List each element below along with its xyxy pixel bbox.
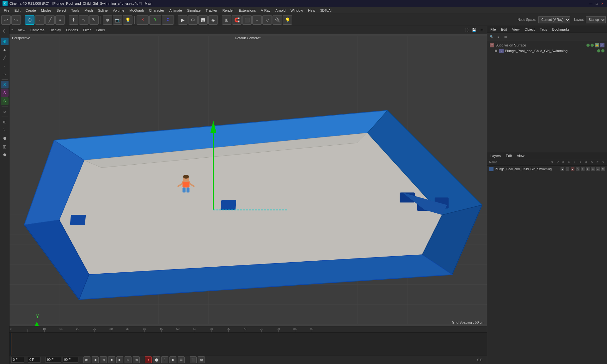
menu-create[interactable]: Create [23, 8, 39, 13]
skip-end-button[interactable]: ⏭ [133, 356, 140, 363]
left-tool-polygon[interactable]: ▲ [1, 46, 9, 53]
menu-animate[interactable]: Animate [167, 8, 184, 13]
vp-menu-options[interactable]: Options [64, 27, 80, 33]
plugin-button[interactable]: 🔌 [273, 15, 282, 25]
xaxis-button[interactable]: X [137, 15, 149, 25]
zaxis-button[interactable]: Z [162, 15, 174, 25]
menu-tools[interactable]: Tools [69, 8, 82, 13]
left-tool-grid[interactable]: ⊞ [1, 118, 9, 126]
vp-menu-panel[interactable]: Panel [94, 27, 107, 33]
menu-extensions[interactable]: Extensions [236, 8, 258, 13]
tab-file[interactable]: File [489, 27, 497, 32]
left-tool-point[interactable]: · [1, 62, 9, 70]
left-tool-loop[interactable]: ○ [1, 70, 9, 78]
object-mode-button[interactable]: ⬡ [25, 15, 34, 25]
maximize-button[interactable]: □ [594, 1, 599, 6]
left-tool-s3[interactable]: S [1, 97, 9, 105]
layout-select[interactable]: Startup [586, 16, 606, 23]
tab-layers[interactable]: Layers [489, 153, 502, 158]
menu-character[interactable]: Character [146, 8, 167, 13]
left-tool-sculpt[interactable]: ⬢ [1, 135, 9, 142]
preview-render-button[interactable]: ⬛ [190, 356, 197, 363]
layer-plunge-pool[interactable]: Plunge_Pool_and_Child_Girl_Swimming ● ○ … [487, 166, 607, 173]
tab-layers-edit[interactable]: Edit [505, 153, 513, 158]
menu-modes[interactable]: Modes [39, 8, 54, 13]
vp-save-button[interactable]: 💾 [471, 27, 477, 33]
left-tool-select[interactable]: ⬡ [1, 27, 9, 35]
menu-vray[interactable]: V-Ray [258, 8, 273, 13]
playback-end-input[interactable] [63, 357, 78, 363]
skip-start-button[interactable]: ⏮ [83, 356, 90, 363]
tab-layers-view[interactable]: View [516, 153, 526, 158]
vp-menu-filter[interactable]: Filter [81, 27, 93, 33]
current-frame-input[interactable] [11, 357, 24, 363]
tab-view[interactable]: View [511, 27, 521, 32]
obj-filter-button[interactable]: ≡ [495, 34, 502, 40]
stop-button[interactable]: ■ [108, 356, 115, 363]
timeline-track[interactable] [9, 333, 487, 355]
grid-button[interactable]: ⊞ [222, 15, 231, 25]
select-filter-button[interactable]: ▽ [262, 15, 272, 25]
close-button[interactable]: ✕ [600, 1, 604, 6]
menu-arnold[interactable]: Arnold [273, 8, 288, 13]
node-space-select[interactable]: Current (V-Ray) [538, 16, 570, 23]
vp-settings-button[interactable]: ⊞ [479, 27, 485, 33]
menu-select[interactable]: Select [54, 8, 69, 13]
left-tool-deform[interactable]: ⋱ [1, 126, 9, 134]
vp-menu-cameras[interactable]: Cameras [28, 27, 46, 33]
tab-bookmarks[interactable]: Bookmarks [551, 27, 571, 32]
end-frame-input[interactable] [46, 357, 61, 363]
auto-key-button[interactable]: ⬤ [153, 356, 160, 363]
point-mode-button[interactable]: · [35, 15, 45, 25]
move-tool-button[interactable]: ✛ [69, 15, 78, 25]
left-tool-s1[interactable]: S [1, 81, 9, 88]
render-to-picture-viewer-button[interactable]: 🖼 [198, 15, 208, 25]
obj-group-button[interactable]: ⊞ [502, 34, 509, 40]
tab-edit[interactable]: Edit [500, 27, 508, 32]
yaxis-button[interactable]: Y [149, 15, 161, 25]
left-tool-mix[interactable]: ⬟ [1, 151, 9, 159]
obj-subdivision-surface[interactable]: ⬡ Subdivision Surface 🔒 ⬡ [488, 42, 606, 48]
key-selection-button[interactable]: ☰ [178, 356, 185, 363]
edge-mode-button[interactable]: ╱ [45, 15, 55, 25]
camera-button[interactable]: 📷 [113, 15, 122, 25]
vp-expand-button[interactable]: ⛶ [463, 27, 470, 33]
light-button[interactable]: 💡 [123, 15, 132, 25]
minimize-button[interactable]: — [589, 1, 593, 6]
rotate-tool-button[interactable]: ↻ [89, 15, 99, 25]
redo-button[interactable]: ↪ [11, 15, 21, 25]
viewport-canvas[interactable]: X Y Z Perspective Default Camera:* Grid … [9, 34, 487, 326]
light-tools-button[interactable]: 💡 [283, 15, 292, 25]
left-tool-brush[interactable]: ⌀ [1, 108, 9, 115]
fps-input[interactable] [28, 357, 40, 363]
scale-tool-button[interactable]: ⤡ [79, 15, 89, 25]
render-button[interactable]: ▶ [178, 15, 187, 25]
add-object-button[interactable]: ⊕ [103, 15, 112, 25]
tab-object[interactable]: Object [523, 27, 536, 32]
tab-tags[interactable]: Tags [538, 27, 548, 32]
menu-volume[interactable]: Volume [110, 8, 127, 13]
left-tool-move[interactable]: ⊕ [1, 38, 9, 45]
poly-mode-button[interactable]: ▪ [55, 15, 65, 25]
timeline-key-button[interactable]: ◆ [169, 356, 176, 363]
play-button[interactable]: ▶ [116, 356, 123, 363]
undo-button[interactable]: ↩ [1, 15, 11, 25]
menu-tracker[interactable]: Tracker [203, 8, 220, 13]
snap-button[interactable]: 🧲 [232, 15, 242, 25]
prev-play-button[interactable]: ◁ [100, 356, 107, 363]
left-tool-edge[interactable]: ╱ [1, 54, 9, 62]
obj-plunge-pool[interactable]: ▪ Plunge_Pool_and_Child_Girl_Swimming [488, 48, 606, 54]
left-tool-texture[interactable]: ◫ [1, 143, 9, 150]
menu-3dtoall[interactable]: 3DToAll [318, 8, 335, 13]
vp-menu-display[interactable]: Display [48, 27, 63, 33]
motion-path-button[interactable]: ⌇ [161, 356, 168, 363]
prev-frame-button[interactable]: ◀ [92, 356, 99, 363]
menu-window[interactable]: Window [288, 8, 305, 13]
vp-menu-view[interactable]: View [16, 27, 27, 33]
next-frame-button[interactable]: ▷ [125, 356, 132, 363]
left-tool-s2[interactable]: S [1, 89, 9, 97]
menu-simulate[interactable]: Simulate [185, 8, 203, 13]
menu-mograph[interactable]: MoGraph [127, 8, 146, 13]
obj-search-button[interactable]: 🔍 [488, 34, 495, 40]
menu-file[interactable]: File [1, 8, 12, 13]
